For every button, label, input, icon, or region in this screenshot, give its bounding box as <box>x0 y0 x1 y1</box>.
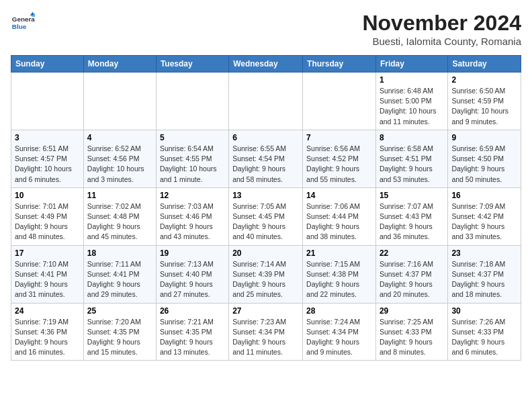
day-number: 27 <box>232 306 299 316</box>
title-block: November 2024 Buesti, Ialomita County, R… <box>362 11 521 47</box>
weekday-header: Monday <box>83 56 156 73</box>
calendar-week-row: 24Sunrise: 7:19 AM Sunset: 4:36 PM Dayli… <box>11 303 521 361</box>
calendar-table: SundayMondayTuesdayWednesdayThursdayFrid… <box>11 55 521 361</box>
day-number: 7 <box>306 133 372 142</box>
day-info: Sunrise: 6:54 AM Sunset: 4:55 PM Dayligh… <box>160 144 225 185</box>
day-info: Sunrise: 7:10 AM Sunset: 4:41 PM Dayligh… <box>15 259 80 300</box>
calendar-cell: 27Sunrise: 7:23 AM Sunset: 4:34 PM Dayli… <box>229 303 303 361</box>
day-info: Sunrise: 7:06 AM Sunset: 4:44 PM Dayligh… <box>306 201 372 242</box>
day-number: 1 <box>380 75 444 85</box>
calendar-cell: 20Sunrise: 7:14 AM Sunset: 4:39 PM Dayli… <box>229 245 303 303</box>
calendar-cell <box>11 73 84 130</box>
day-info: Sunrise: 7:19 AM Sunset: 4:36 PM Dayligh… <box>15 317 80 358</box>
day-info: Sunrise: 6:48 AM Sunset: 5:00 PM Dayligh… <box>380 86 444 127</box>
day-number: 25 <box>87 306 152 316</box>
calendar-cell: 8Sunrise: 6:58 AM Sunset: 4:51 PM Daylig… <box>375 130 447 187</box>
day-info: Sunrise: 7:15 AM Sunset: 4:38 PM Dayligh… <box>306 259 372 300</box>
day-number: 15 <box>380 191 444 200</box>
weekday-header: Wednesday <box>229 56 303 73</box>
calendar-cell: 28Sunrise: 7:24 AM Sunset: 4:34 PM Dayli… <box>303 303 376 361</box>
day-number: 12 <box>160 191 225 200</box>
calendar-cell: 1Sunrise: 6:48 AM Sunset: 5:00 PM Daylig… <box>375 73 447 130</box>
calendar-cell: 11Sunrise: 7:02 AM Sunset: 4:48 PM Dayli… <box>83 187 156 245</box>
day-info: Sunrise: 6:52 AM Sunset: 4:56 PM Dayligh… <box>87 144 152 185</box>
calendar-cell: 18Sunrise: 7:11 AM Sunset: 4:41 PM Dayli… <box>83 245 156 303</box>
day-number: 11 <box>87 191 152 200</box>
day-number: 22 <box>380 248 444 258</box>
weekday-header: Tuesday <box>156 56 228 73</box>
calendar-cell: 21Sunrise: 7:15 AM Sunset: 4:38 PM Dayli… <box>303 245 376 303</box>
day-number: 16 <box>451 191 517 200</box>
calendar-cell: 15Sunrise: 7:07 AM Sunset: 4:43 PM Dayli… <box>375 187 447 245</box>
calendar-week-row: 17Sunrise: 7:10 AM Sunset: 4:41 PM Dayli… <box>11 245 521 303</box>
day-info: Sunrise: 7:26 AM Sunset: 4:33 PM Dayligh… <box>451 317 517 358</box>
day-info: Sunrise: 7:23 AM Sunset: 4:34 PM Dayligh… <box>232 317 299 358</box>
calendar-cell: 17Sunrise: 7:10 AM Sunset: 4:41 PM Dayli… <box>11 245 84 303</box>
day-number: 19 <box>160 248 225 258</box>
day-info: Sunrise: 7:01 AM Sunset: 4:49 PM Dayligh… <box>15 201 80 242</box>
calendar-cell: 13Sunrise: 7:05 AM Sunset: 4:45 PM Dayli… <box>229 187 303 245</box>
calendar-cell: 29Sunrise: 7:25 AM Sunset: 4:33 PM Dayli… <box>375 303 447 361</box>
calendar-week-row: 3Sunrise: 6:51 AM Sunset: 4:57 PM Daylig… <box>11 130 521 187</box>
calendar-cell <box>303 73 376 130</box>
day-info: Sunrise: 7:03 AM Sunset: 4:46 PM Dayligh… <box>160 201 225 242</box>
day-info: Sunrise: 7:20 AM Sunset: 4:35 PM Dayligh… <box>87 317 152 358</box>
day-info: Sunrise: 6:50 AM Sunset: 4:59 PM Dayligh… <box>451 86 517 127</box>
calendar-cell: 5Sunrise: 6:54 AM Sunset: 4:55 PM Daylig… <box>156 130 228 187</box>
calendar-cell: 26Sunrise: 7:21 AM Sunset: 4:35 PM Dayli… <box>156 303 228 361</box>
calendar-cell: 4Sunrise: 6:52 AM Sunset: 4:56 PM Daylig… <box>83 130 156 187</box>
calendar-week-row: 1Sunrise: 6:48 AM Sunset: 5:00 PM Daylig… <box>11 73 521 130</box>
weekday-header: Sunday <box>11 56 84 73</box>
day-number: 2 <box>451 75 517 85</box>
calendar-title: November 2024 <box>362 11 521 36</box>
day-info: Sunrise: 7:21 AM Sunset: 4:35 PM Dayligh… <box>160 317 225 358</box>
calendar-header: SundayMondayTuesdayWednesdayThursdayFrid… <box>11 56 521 73</box>
day-number: 9 <box>451 133 517 142</box>
day-info: Sunrise: 7:18 AM Sunset: 4:37 PM Dayligh… <box>451 259 517 300</box>
day-number: 13 <box>232 191 299 200</box>
day-number: 26 <box>160 306 225 316</box>
calendar-cell: 14Sunrise: 7:06 AM Sunset: 4:44 PM Dayli… <box>303 187 376 245</box>
day-info: Sunrise: 7:05 AM Sunset: 4:45 PM Dayligh… <box>232 201 299 242</box>
day-info: Sunrise: 7:16 AM Sunset: 4:37 PM Dayligh… <box>380 259 444 300</box>
logo: General Blue <box>11 11 35 35</box>
calendar-cell: 22Sunrise: 7:16 AM Sunset: 4:37 PM Dayli… <box>375 245 447 303</box>
calendar-cell <box>229 73 303 130</box>
weekday-header: Friday <box>375 56 447 73</box>
day-info: Sunrise: 7:09 AM Sunset: 4:42 PM Dayligh… <box>451 201 517 242</box>
calendar-cell: 2Sunrise: 6:50 AM Sunset: 4:59 PM Daylig… <box>448 73 521 130</box>
day-number: 17 <box>15 248 80 258</box>
weekday-header: Thursday <box>303 56 376 73</box>
calendar-subtitle: Buesti, Ialomita County, Romania <box>362 36 521 47</box>
weekday-row: SundayMondayTuesdayWednesdayThursdayFrid… <box>11 56 521 73</box>
day-info: Sunrise: 6:55 AM Sunset: 4:54 PM Dayligh… <box>232 144 299 185</box>
day-number: 4 <box>87 133 152 142</box>
day-number: 14 <box>306 191 372 200</box>
day-info: Sunrise: 7:07 AM Sunset: 4:43 PM Dayligh… <box>380 201 444 242</box>
day-number: 23 <box>451 248 517 258</box>
day-number: 18 <box>87 248 152 258</box>
calendar-cell: 24Sunrise: 7:19 AM Sunset: 4:36 PM Dayli… <box>11 303 84 361</box>
day-info: Sunrise: 6:59 AM Sunset: 4:50 PM Dayligh… <box>451 144 517 185</box>
calendar-cell: 25Sunrise: 7:20 AM Sunset: 4:35 PM Dayli… <box>83 303 156 361</box>
calendar-cell: 16Sunrise: 7:09 AM Sunset: 4:42 PM Dayli… <box>448 187 521 245</box>
day-info: Sunrise: 7:11 AM Sunset: 4:41 PM Dayligh… <box>87 259 152 300</box>
day-number: 3 <box>15 133 80 142</box>
calendar-cell: 6Sunrise: 6:55 AM Sunset: 4:54 PM Daylig… <box>229 130 303 187</box>
day-info: Sunrise: 7:24 AM Sunset: 4:34 PM Dayligh… <box>306 317 372 358</box>
weekday-header: Saturday <box>448 56 521 73</box>
day-info: Sunrise: 6:56 AM Sunset: 4:52 PM Dayligh… <box>306 144 372 185</box>
day-info: Sunrise: 6:51 AM Sunset: 4:57 PM Dayligh… <box>15 144 80 185</box>
day-info: Sunrise: 7:02 AM Sunset: 4:48 PM Dayligh… <box>87 201 152 242</box>
logo-icon: General Blue <box>11 11 35 35</box>
calendar-cell: 7Sunrise: 6:56 AM Sunset: 4:52 PM Daylig… <box>303 130 376 187</box>
day-info: Sunrise: 7:14 AM Sunset: 4:39 PM Dayligh… <box>232 259 299 300</box>
svg-text:Blue: Blue <box>12 23 27 30</box>
calendar-cell: 19Sunrise: 7:13 AM Sunset: 4:40 PM Dayli… <box>156 245 228 303</box>
calendar-cell <box>83 73 156 130</box>
calendar-cell: 12Sunrise: 7:03 AM Sunset: 4:46 PM Dayli… <box>156 187 228 245</box>
calendar-body: 1Sunrise: 6:48 AM Sunset: 5:00 PM Daylig… <box>11 73 521 361</box>
calendar-cell: 9Sunrise: 6:59 AM Sunset: 4:50 PM Daylig… <box>448 130 521 187</box>
day-number: 28 <box>306 306 372 316</box>
day-number: 29 <box>380 306 444 316</box>
